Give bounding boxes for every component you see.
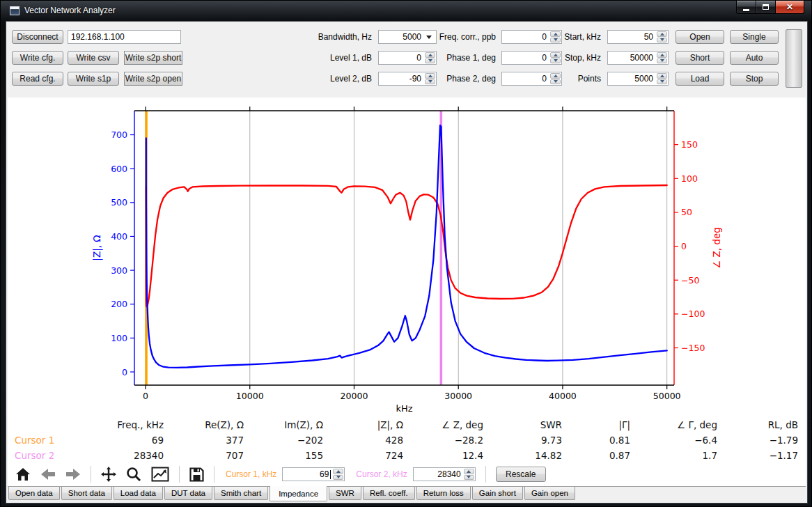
bandwidth-label: Bandwidth, Hz	[295, 32, 372, 42]
col-header: ∠ Z, deg	[403, 419, 483, 430]
titlebar[interactable]: Vector Network Analyzer ✕	[1, 1, 811, 22]
col-header: Re(Z), Ω	[164, 419, 244, 430]
save-icon[interactable]	[189, 467, 204, 482]
tab-open-data[interactable]: Open data	[8, 487, 60, 500]
tab-short-data[interactable]: Short data	[61, 487, 112, 500]
tab-refl-coeff[interactable]: Refl. coeff.	[363, 487, 415, 500]
plot-nav-toolbar: Cursor 1, kHz 69 Cursor 2, kHz 28340 Res…	[8, 462, 806, 486]
read-cfg-button[interactable]: Read cfg.	[12, 72, 63, 86]
start-label: Start, kHz	[536, 32, 601, 42]
tab-impedance[interactable]: Impedance	[270, 486, 327, 501]
ip-address-input[interactable]: 192.168.1.100	[68, 30, 181, 44]
open-cal-button[interactable]: Open	[676, 30, 724, 44]
x-tick-label: 30000	[444, 391, 472, 401]
window-title: Vector Network Analyzer	[24, 6, 116, 15]
load-cal-button[interactable]: Load	[676, 72, 724, 86]
col-header: |Γ|	[562, 419, 630, 430]
pan-icon[interactable]	[101, 467, 116, 482]
spin-buttons[interactable]	[464, 469, 474, 480]
forward-icon[interactable]	[65, 468, 81, 481]
y-tick-label-right: −100	[681, 309, 705, 319]
minimize-icon	[743, 9, 749, 11]
rescale-button[interactable]: Rescale	[496, 467, 546, 482]
cell: −202	[244, 435, 323, 446]
y-tick-label-right: 100	[681, 173, 698, 184]
cell: −1.17	[717, 450, 798, 461]
level2-label: Level 2, dB	[295, 74, 372, 84]
cell: 69	[77, 435, 164, 446]
spin-buttons[interactable]	[333, 469, 343, 480]
left-axis-title: |Z|, Ω	[91, 235, 103, 260]
short-cal-button[interactable]: Short	[676, 51, 724, 65]
spin-buttons[interactable]	[657, 31, 667, 42]
sweep-progressbar	[786, 29, 802, 88]
tab-gain-open[interactable]: Gain open	[524, 487, 575, 500]
start-spinbox[interactable]: 50	[607, 30, 669, 44]
minimize-button[interactable]	[736, 1, 756, 14]
tab-return-loss[interactable]: Return loss	[416, 487, 471, 500]
figure-canvas[interactable]: 01000020000300004000050000kHz01002003004…	[8, 98, 806, 416]
cell: −6.4	[630, 435, 717, 446]
cursor2-row-label: Cursor 2	[10, 450, 77, 461]
y-tick-label-right: 0	[681, 241, 687, 251]
back-icon[interactable]	[40, 468, 56, 481]
y-tick-label-right: −150	[681, 343, 705, 353]
home-icon[interactable]	[15, 467, 31, 481]
auto-button[interactable]: Auto	[730, 51, 779, 65]
spin-buttons[interactable]	[657, 52, 667, 63]
write-s2p-open-button[interactable]: Write s2p open	[124, 72, 182, 86]
write-s2p-short-button[interactable]: Write s2p short	[124, 51, 182, 65]
text-caret	[330, 470, 331, 479]
app-icon	[10, 6, 19, 15]
stop-khz-label: Stop, kHz	[536, 53, 601, 63]
y-tick-label-right: 50	[681, 207, 692, 217]
cursor1-spinbox[interactable]: 69	[282, 467, 345, 481]
single-button[interactable]: Single	[730, 30, 779, 44]
write-csv-button[interactable]: Write csv	[68, 51, 119, 65]
y-tick-label-left: 0	[122, 367, 127, 377]
stop-button[interactable]: Stop	[730, 72, 779, 86]
col-header: RL, dB	[717, 419, 798, 430]
stop-khz-spinbox[interactable]: 50000	[607, 51, 669, 65]
points-spinbox[interactable]: 5000	[607, 72, 669, 86]
x-tick-label: 10000	[236, 391, 264, 401]
spin-buttons[interactable]	[657, 73, 667, 84]
col-header: Im(Z), Ω	[244, 419, 323, 430]
cursor2-spinbox[interactable]: 28340	[413, 467, 476, 481]
app-window: Vector Network Analyzer ✕ Disconnect 192…	[0, 0, 812, 507]
freq-corr-label: Freq. corr., ppb	[423, 32, 496, 42]
cell: 155	[244, 450, 323, 461]
x-tick-label: 40000	[549, 391, 577, 401]
toolbar-separator	[485, 466, 486, 483]
maximize-button[interactable]	[756, 1, 776, 14]
col-header: |Z|, Ω	[323, 419, 403, 430]
y-tick-label-left: 400	[111, 231, 127, 242]
cursor2-field-label: Cursor 2, kHz	[356, 469, 407, 479]
y-tick-label-right: 150	[681, 139, 698, 150]
cell: 1.7	[630, 450, 717, 461]
cell: −28.2	[403, 435, 483, 446]
disconnect-button[interactable]: Disconnect	[12, 30, 63, 44]
view-tabbar: Open data Short data Load data DUT data …	[8, 486, 806, 503]
tab-dut-data[interactable]: DUT data	[164, 487, 212, 500]
write-cfg-button[interactable]: Write cfg.	[12, 51, 63, 65]
x-tick-label: 0	[143, 391, 148, 401]
cell: 724	[323, 450, 403, 461]
impedance-phase-curve	[146, 185, 667, 306]
write-s1p-button[interactable]: Write s1p	[68, 72, 119, 86]
plot-options-icon[interactable]	[151, 467, 169, 482]
zoom-icon[interactable]	[126, 467, 141, 482]
table-row: Cursor 1 69 377 −202 428 −28.2 9.73 0.81…	[10, 435, 798, 446]
tab-smith-chart[interactable]: Smith chart	[214, 487, 268, 500]
points-label: Points	[536, 74, 601, 84]
impedance-phase-chart[interactable]: 01000020000300004000050000kHz01002003004…	[8, 98, 806, 416]
tab-gain-short[interactable]: Gain short	[472, 487, 523, 500]
cell: 377	[164, 435, 244, 446]
tab-swr[interactable]: SWR	[329, 487, 361, 500]
x-tick-label: 50000	[653, 391, 681, 401]
cell: 707	[164, 450, 244, 461]
phase1-label: Phase 1, deg	[423, 53, 496, 63]
cell: 0.81	[562, 435, 630, 446]
tab-load-data[interactable]: Load data	[114, 487, 163, 500]
close-button[interactable]: ✕	[776, 1, 804, 14]
